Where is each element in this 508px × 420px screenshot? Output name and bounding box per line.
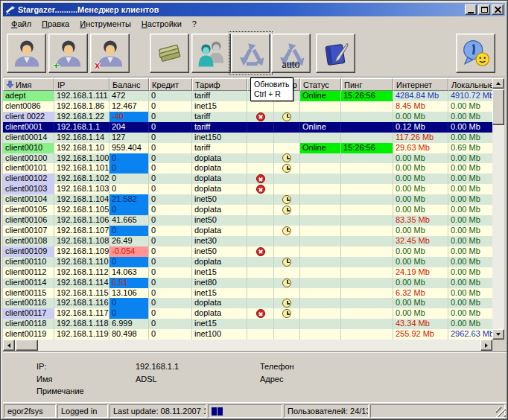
cell-ip: 192.168.1.114 bbox=[54, 278, 109, 288]
maximize-button[interactable] bbox=[478, 4, 490, 15]
cell-balance: -40 bbox=[109, 112, 149, 122]
cell-disabled bbox=[247, 267, 274, 278]
table-row[interactable]: client0010 192.168.1.10 959.404 0 tariff… bbox=[3, 143, 492, 153]
table-row[interactable]: clent0086 192.168.1.86 12.467 0 inet15 8… bbox=[3, 101, 492, 112]
table-row[interactable]: client00105 192.168.1.105 0 0 doplata 0.… bbox=[3, 205, 492, 215]
table-row[interactable]: client00110 192.168.1.110 0 0 doplata 0.… bbox=[3, 257, 492, 267]
cell-frozen bbox=[274, 174, 300, 184]
messages-button[interactable] bbox=[456, 34, 495, 73]
table-row[interactable]: client00101 192.168.1.101 0 0 doplata 0.… bbox=[3, 163, 492, 174]
cell-local: 0.00 Mb bbox=[448, 298, 492, 308]
scroll-up-button[interactable] bbox=[492, 78, 504, 89]
client-info-button[interactable] bbox=[7, 34, 46, 73]
cell-credit: 0 bbox=[149, 122, 192, 133]
cell-credit: 0 bbox=[149, 257, 192, 267]
menu-label: ? bbox=[192, 19, 197, 28]
cell-balance: 0 bbox=[109, 205, 149, 215]
frozen-clock-icon bbox=[282, 309, 291, 318]
column-header-status[interactable]: Статус bbox=[300, 78, 341, 91]
scroll-left-button[interactable] bbox=[3, 340, 15, 351]
table-row[interactable]: client00114 192.168.1.114 6.51 0 inet80 … bbox=[3, 278, 492, 288]
table-row[interactable]: client00103 192.168.1.103 0 0 doplata 0.… bbox=[3, 184, 492, 194]
notes-editor-button[interactable] bbox=[316, 34, 355, 73]
cell-name: client00106 bbox=[3, 215, 54, 226]
cell-disabled bbox=[247, 329, 274, 340]
column-header-internet[interactable]: Интернет bbox=[393, 78, 448, 91]
user-groups-button[interactable] bbox=[191, 34, 231, 73]
cell-ip: 192.168.1.116 bbox=[54, 298, 109, 308]
horizontal-scrollbar[interactable] bbox=[3, 340, 492, 351]
statusbar-progress bbox=[208, 404, 282, 418]
cell-name: client00115 bbox=[3, 288, 54, 299]
table-row[interactable]: client00108 192.168.1.108 26.49 0 inet30… bbox=[3, 236, 492, 246]
cell-credit: 0 bbox=[149, 226, 192, 236]
auto-refresh-button[interactable]: auto bbox=[271, 34, 311, 73]
table-row[interactable]: client00115 192.168.1.115 13.106 0 inet1… bbox=[3, 288, 492, 299]
column-header-label: Кредит bbox=[152, 80, 179, 89]
table-row[interactable]: client00107 192.168.1.107 0 0 doplata 0.… bbox=[3, 226, 492, 236]
column-header-tariff[interactable]: Тариф bbox=[192, 78, 247, 91]
refresh-button[interactable] bbox=[231, 34, 270, 73]
cell-disabled bbox=[247, 122, 274, 133]
table-row[interactable]: client00116 192.168.1.116 0 0 doplata 0.… bbox=[3, 298, 492, 308]
table-row[interactable]: client 0022 192.168.1.22 -40 0 tariff 0.… bbox=[3, 112, 492, 122]
cell-balance: 0 bbox=[109, 184, 149, 194]
payments-button[interactable] bbox=[150, 34, 189, 73]
table-row[interactable]: client00100 192.168.1.100 0 0 doplata 0.… bbox=[3, 153, 492, 164]
cell-local: 0.00 Mb bbox=[448, 153, 492, 164]
table-row[interactable]: client00117 192.168.1.117 0 0 doplata 0.… bbox=[3, 308, 492, 319]
close-button[interactable] bbox=[492, 4, 504, 15]
table-row[interactable]: client00104 192.168.1.104 21.582 0 inet5… bbox=[3, 194, 492, 205]
cell-ip: 192.168.1.106 bbox=[54, 215, 109, 226]
cell-credit: 0 bbox=[149, 267, 192, 278]
message-smiley-icon bbox=[461, 39, 491, 69]
cell-disabled bbox=[247, 308, 274, 319]
minimize-button[interactable] bbox=[465, 4, 477, 15]
column-header-ip[interactable]: IP bbox=[54, 78, 109, 91]
add-client-button[interactable] bbox=[48, 34, 88, 73]
cell-name: client00103 bbox=[3, 184, 54, 194]
table-row[interactable]: client00119 192.168.1.119 80.498 0 inet1… bbox=[3, 329, 492, 340]
table-row[interactable]: client00014 192.168.1.14 127 0 inet150 1… bbox=[3, 133, 492, 143]
horizontal-scroll-thumb[interactable] bbox=[16, 340, 38, 351]
cell-frozen bbox=[274, 122, 300, 133]
vertical-scroll-thumb[interactable] bbox=[492, 89, 504, 125]
table-row[interactable]: client00118 192.168.1.118 6.999 0 inet15… bbox=[3, 319, 492, 329]
cell-balance: 204 bbox=[109, 122, 149, 133]
cell-local: 2962.63 Mb bbox=[448, 329, 492, 340]
cell-disabled bbox=[247, 278, 274, 288]
delete-client-button[interactable] bbox=[90, 34, 130, 73]
cell-status bbox=[300, 257, 341, 267]
cell-balance: 0 bbox=[109, 153, 149, 164]
progress-block bbox=[212, 407, 217, 416]
menu-item-edit[interactable]: Правка bbox=[36, 18, 74, 30]
cell-tariff: doplata bbox=[192, 153, 247, 164]
cell-tariff: doplata bbox=[192, 174, 247, 184]
vertical-scrollbar[interactable] bbox=[492, 78, 504, 340]
column-header-name[interactable]: Имя bbox=[3, 78, 54, 91]
cell-disabled bbox=[247, 184, 274, 194]
menu-item-help[interactable]: ? bbox=[187, 18, 202, 30]
column-header-ping[interactable]: Пинг bbox=[341, 78, 393, 91]
column-header-local[interactable]: Локальные р bbox=[448, 78, 492, 91]
table-row[interactable]: client00102 192.168.1.102 0 0 doplata 0.… bbox=[3, 174, 492, 184]
column-header-balance[interactable]: Баланс bbox=[109, 78, 149, 91]
cell-disabled bbox=[247, 288, 274, 299]
resize-grip[interactable] bbox=[496, 407, 506, 417]
cell-balance: 0 bbox=[109, 308, 149, 319]
table-row[interactable]: client00112 192.168.1.112 14.063 0 inet1… bbox=[3, 267, 492, 278]
menu-item-file[interactable]: Файл bbox=[6, 18, 36, 30]
menu-item-tools[interactable]: Инструменты bbox=[74, 18, 136, 30]
menu-label: астройки bbox=[147, 19, 182, 28]
menu-item-settings[interactable]: Настройки bbox=[136, 18, 187, 30]
table-row[interactable]: client0001 192.168.1.1 204 0 tariff Onli… bbox=[3, 122, 492, 133]
column-header-credit[interactable]: Кредит bbox=[149, 78, 192, 91]
title-bar[interactable]: Stargazer..........Менеджер клиентов bbox=[3, 3, 505, 16]
cell-name: client0010 bbox=[3, 143, 54, 153]
scroll-down-button[interactable] bbox=[492, 329, 504, 340]
table-row[interactable]: adept 192.168.1.111 472 0 tariff Online … bbox=[3, 91, 492, 101]
scroll-right-button[interactable] bbox=[480, 340, 492, 351]
cell-ip: 192.168.1.115 bbox=[54, 288, 109, 299]
table-row[interactable]: client00106 192.168.1.106 41.665 0 inet5… bbox=[3, 215, 492, 226]
table-row[interactable]: client00109 192.168.1.109 -0.054 0 inet5… bbox=[3, 246, 492, 257]
